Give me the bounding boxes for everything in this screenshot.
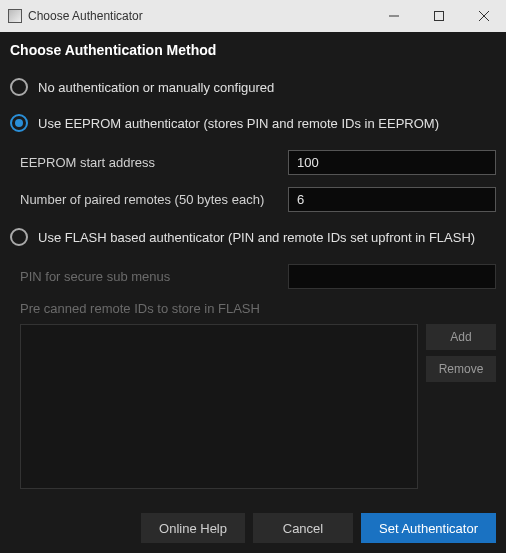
radio-icon bbox=[10, 78, 28, 96]
page-title: Choose Authentication Method bbox=[10, 42, 496, 58]
eeprom-num-remotes-input[interactable] bbox=[288, 187, 496, 212]
window-controls bbox=[371, 0, 506, 32]
dialog-buttons: Online Help Cancel Set Authenticator bbox=[141, 513, 496, 543]
radio-icon bbox=[10, 228, 28, 246]
set-authenticator-button[interactable]: Set Authenticator bbox=[361, 513, 496, 543]
eeprom-start-address-input[interactable] bbox=[288, 150, 496, 175]
radio-option-none[interactable]: No authentication or manually configured bbox=[10, 78, 496, 96]
radio-label: Use FLASH based authenticator (PIN and r… bbox=[38, 230, 475, 245]
app-icon bbox=[8, 9, 22, 23]
list-buttons: Add Remove bbox=[426, 324, 496, 489]
radio-label: No authentication or manually configured bbox=[38, 80, 274, 95]
maximize-button[interactable] bbox=[416, 0, 461, 32]
close-icon bbox=[479, 11, 489, 21]
field-label: Number of paired remotes (50 bytes each) bbox=[20, 192, 288, 207]
radio-option-eeprom[interactable]: Use EEPROM authenticator (stores PIN and… bbox=[10, 114, 496, 132]
flash-pin-row: PIN for secure sub menus bbox=[20, 264, 496, 289]
field-label: PIN for secure sub menus bbox=[20, 269, 288, 284]
remote-ids-listbox bbox=[20, 324, 418, 489]
flash-list-row: Add Remove bbox=[20, 324, 496, 489]
titlebar: Choose Authenticator bbox=[0, 0, 506, 32]
svg-rect-1 bbox=[434, 12, 443, 21]
remove-button: Remove bbox=[426, 356, 496, 382]
flash-list-label-row: Pre canned remote IDs to store in FLASH bbox=[20, 301, 496, 316]
add-button: Add bbox=[426, 324, 496, 350]
radio-icon bbox=[10, 114, 28, 132]
online-help-button[interactable]: Online Help bbox=[141, 513, 245, 543]
field-label: Pre canned remote IDs to store in FLASH bbox=[20, 301, 260, 316]
minimize-icon bbox=[389, 11, 399, 21]
cancel-button[interactable]: Cancel bbox=[253, 513, 353, 543]
eeprom-start-address-row: EEPROM start address bbox=[20, 150, 496, 175]
close-button[interactable] bbox=[461, 0, 506, 32]
eeprom-num-remotes-row: Number of paired remotes (50 bytes each) bbox=[20, 187, 496, 212]
flash-section: PIN for secure sub menus Pre canned remo… bbox=[10, 264, 496, 489]
maximize-icon bbox=[434, 11, 444, 21]
window-title: Choose Authenticator bbox=[28, 9, 143, 23]
field-label: EEPROM start address bbox=[20, 155, 288, 170]
flash-pin-input bbox=[288, 264, 496, 289]
radio-option-flash[interactable]: Use FLASH based authenticator (PIN and r… bbox=[10, 228, 496, 246]
dialog-content: Choose Authentication Method No authenti… bbox=[0, 32, 506, 489]
minimize-button[interactable] bbox=[371, 0, 416, 32]
radio-label: Use EEPROM authenticator (stores PIN and… bbox=[38, 116, 439, 131]
